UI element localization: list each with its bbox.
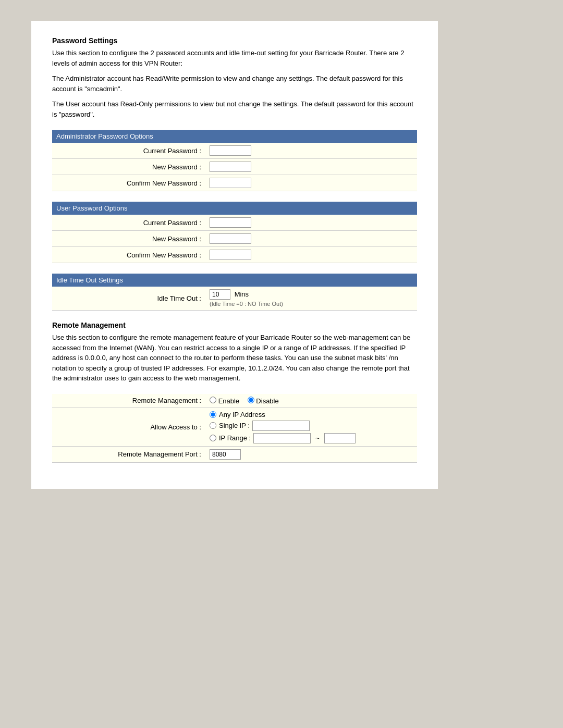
disable-radio[interactable] (248, 397, 254, 403)
password-settings-section: Password Settings Use this section to co… (52, 36, 417, 119)
admin-new-password-input[interactable] (210, 162, 251, 172)
idle-mins-label: Mins (235, 290, 249, 298)
user-current-password-input[interactable] (210, 217, 251, 228)
admin-current-password-row: Current Password : (52, 143, 417, 159)
admin-current-password-cell (205, 143, 417, 159)
user-password-table: User Password Options Current Password :… (52, 202, 417, 263)
remote-management-section: Remote Management Use this section to co… (52, 321, 417, 384)
admin-new-password-row: New Password : (52, 159, 417, 175)
ip-range-radio[interactable] (210, 435, 216, 441)
idle-timeout-input[interactable] (210, 289, 230, 300)
user-current-password-row: Current Password : (52, 215, 417, 231)
page-content: Password Settings Use this section to co… (31, 21, 438, 489)
ip-range-end-input[interactable] (324, 433, 356, 443)
admin-new-password-cell (205, 159, 417, 175)
password-settings-desc2: The Administrator account has Read/Write… (52, 73, 417, 94)
enable-radio[interactable] (210, 397, 216, 403)
idle-timeout-label: Idle Time Out : (52, 287, 205, 311)
password-settings-title: Password Settings (52, 36, 417, 45)
user-new-password-label: New Password : (52, 231, 205, 247)
admin-password-table: Administrator Password Options Current P… (52, 130, 417, 191)
user-current-password-cell (205, 215, 417, 231)
user-new-password-input[interactable] (210, 233, 251, 244)
remote-port-label: Remote Management Port : (52, 446, 205, 462)
remote-port-input[interactable] (210, 449, 241, 460)
password-settings-desc1: Use this section to configure the 2 pass… (52, 48, 417, 68)
user-new-password-row: New Password : (52, 231, 417, 247)
user-new-password-cell (205, 231, 417, 247)
disable-label-text: Disable (256, 397, 278, 405)
idle-timeout-row: Idle Time Out : Mins (Idle Time =0 : NO … (52, 287, 417, 311)
single-ip-radio[interactable] (210, 422, 216, 429)
admin-table-header: Administrator Password Options (52, 130, 417, 143)
allow-access-row: Allow Access to : Any IP Address Single … (52, 408, 417, 446)
allow-access-cell: Any IP Address Single IP : IP Range : ~ (205, 408, 417, 446)
admin-current-password-input[interactable] (210, 145, 251, 156)
user-confirm-password-cell (205, 247, 417, 263)
idle-hint-text: (Idle Time =0 : NO Time Out) (210, 301, 283, 307)
idle-timeout-cell: Mins (Idle Time =0 : NO Time Out) (205, 287, 417, 311)
any-ip-label: Any IP Address (219, 411, 265, 418)
tilde-separator: ~ (315, 434, 320, 442)
any-ip-radio[interactable] (210, 411, 216, 418)
remote-management-radio-cell: Enable Disable (205, 394, 417, 408)
user-table-header: User Password Options (52, 202, 417, 215)
remote-port-cell (205, 446, 417, 462)
admin-confirm-password-label: Confirm New Password : (52, 175, 205, 191)
allow-access-label: Allow Access to : (52, 408, 205, 446)
ip-range-start-input[interactable] (253, 433, 311, 443)
remote-management-table: Remote Management : Enable Disable Allow… (52, 394, 417, 463)
disable-radio-label[interactable]: Disable (248, 397, 279, 405)
admin-new-password-label: New Password : (52, 159, 205, 175)
user-confirm-password-input[interactable] (210, 250, 251, 260)
user-confirm-password-label: Confirm New Password : (52, 247, 205, 263)
enable-radio-label[interactable]: Enable (210, 397, 241, 405)
admin-current-password-label: Current Password : (52, 143, 205, 159)
any-ip-row: Any IP Address (210, 411, 413, 418)
idle-timeout-header: Idle Time Out Settings (52, 274, 417, 287)
enable-label-text: Enable (218, 397, 239, 405)
admin-confirm-password-row: Confirm New Password : (52, 175, 417, 191)
user-confirm-password-row: Confirm New Password : (52, 247, 417, 263)
single-ip-row: Single IP : (210, 421, 413, 431)
single-ip-label: Single IP : (219, 422, 250, 429)
admin-confirm-password-input[interactable] (210, 178, 251, 188)
remote-management-title: Remote Management (52, 321, 417, 329)
remote-management-label: Remote Management : (52, 394, 205, 408)
remote-management-enable-row: Remote Management : Enable Disable (52, 394, 417, 408)
remote-port-row: Remote Management Port : (52, 446, 417, 462)
single-ip-input[interactable] (252, 421, 310, 431)
ip-range-row: IP Range : ~ (210, 433, 413, 443)
ip-range-label: IP Range : (219, 434, 251, 442)
password-settings-desc3: The User account has Read-Only permissio… (52, 99, 417, 119)
user-current-password-label: Current Password : (52, 215, 205, 231)
idle-timeout-table: Idle Time Out Settings Idle Time Out : M… (52, 274, 417, 311)
remote-management-desc: Use this section to configure the remote… (52, 332, 417, 384)
allow-access-radio-group: Any IP Address Single IP : IP Range : ~ (210, 411, 413, 443)
admin-confirm-password-cell (205, 175, 417, 191)
